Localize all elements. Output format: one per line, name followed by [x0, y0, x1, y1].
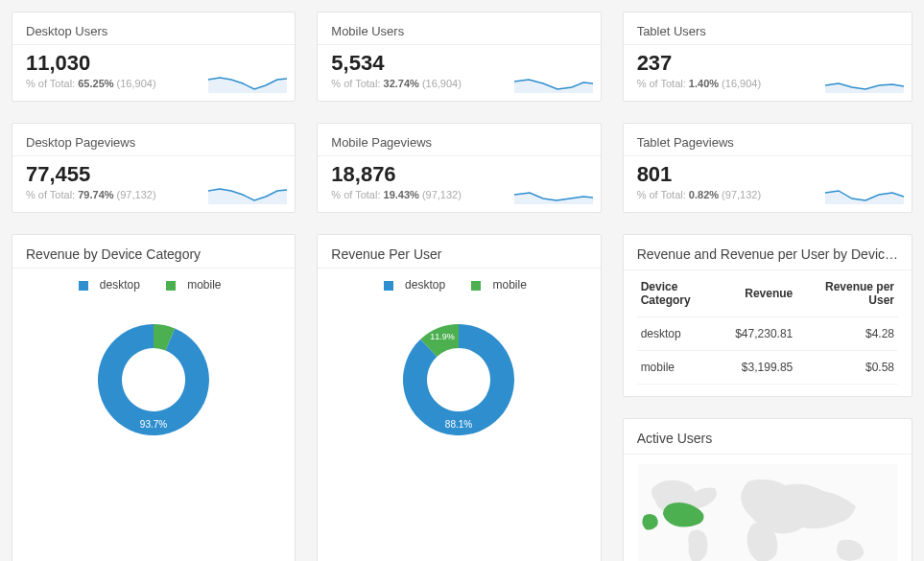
scorecard-title: Desktop Users — [26, 24, 281, 38]
svg-text:88.1%: 88.1% — [445, 419, 472, 430]
chart-title: Revenue Per User — [331, 246, 586, 262]
sparkline-icon — [514, 66, 593, 93]
sparkline-icon — [514, 177, 593, 204]
table-row[interactable]: mobile $3,199.85 $0.58 — [637, 351, 898, 385]
world-map-icon — [638, 464, 897, 561]
table-title: Revenue and Revenue per User by Devic… — [637, 246, 898, 262]
sparkline-icon — [825, 177, 904, 204]
donut-chart-icon: 93.7% — [77, 303, 230, 456]
revenue-table: Device Category Revenue Revenue per User… — [637, 270, 898, 385]
table-row[interactable]: desktop $47,230.81 $4.28 — [637, 317, 898, 351]
card-active-users-map[interactable]: Active Users — [623, 418, 912, 561]
chart-title: Revenue by Device Category — [26, 246, 281, 262]
scorecard-tablet-pageviews[interactable]: Tablet Pageviews 801 % of Total: 0.82% (… — [623, 123, 912, 213]
svg-text:11.9%: 11.9% — [431, 332, 456, 341]
sparkline-icon — [208, 66, 287, 93]
scorecard-title: Mobile Users — [331, 24, 586, 38]
donut-chart-icon: 11.9% 88.1% — [382, 303, 535, 456]
col-header-device[interactable]: Device Category — [637, 270, 732, 317]
col-header-rpu[interactable]: Revenue per User — [796, 270, 898, 317]
scorecard-tablet-users[interactable]: Tablet Users 237 % of Total: 1.40% (16,9… — [623, 12, 912, 102]
scorecard-desktop-users[interactable]: Desktop Users 11,030 % of Total: 65.25% … — [12, 12, 296, 102]
chart-legend: desktop mobile — [26, 278, 281, 292]
svg-text:93.7%: 93.7% — [140, 419, 167, 430]
dashboard-grid: Desktop Users 11,030 % of Total: 65.25% … — [12, 12, 912, 561]
scorecard-title: Desktop Pageviews — [26, 135, 281, 150]
scorecard-title: Tablet Users — [637, 24, 898, 38]
chart-legend: desktop mobile — [331, 278, 586, 292]
scorecard-title: Tablet Pageviews — [637, 135, 898, 150]
table-revenue-by-device[interactable]: Revenue and Revenue per User by Devic… D… — [623, 234, 912, 397]
landmass-south-america — [688, 529, 707, 561]
map-title: Active Users — [637, 431, 898, 446]
scorecard-mobile-pageviews[interactable]: Mobile Pageviews 18,876 % of Total: 19.4… — [317, 123, 601, 213]
sparkline-icon — [825, 66, 904, 93]
sparkline-icon — [208, 177, 287, 204]
chart-revenue-per-user[interactable]: Revenue Per User desktop mobile 11.9% 88… — [317, 234, 601, 561]
scorecard-mobile-users[interactable]: Mobile Users 5,534 % of Total: 32.74% (1… — [317, 12, 601, 102]
scorecard-title: Mobile Pageviews — [331, 135, 586, 150]
chart-revenue-by-device[interactable]: Revenue by Device Category desktop mobil… — [12, 234, 296, 561]
col-header-revenue[interactable]: Revenue — [731, 270, 796, 317]
scorecard-desktop-pageviews[interactable]: Desktop Pageviews 77,455 % of Total: 79.… — [12, 123, 296, 213]
right-column-stack: Revenue and Revenue per User by Devic… D… — [623, 234, 912, 561]
